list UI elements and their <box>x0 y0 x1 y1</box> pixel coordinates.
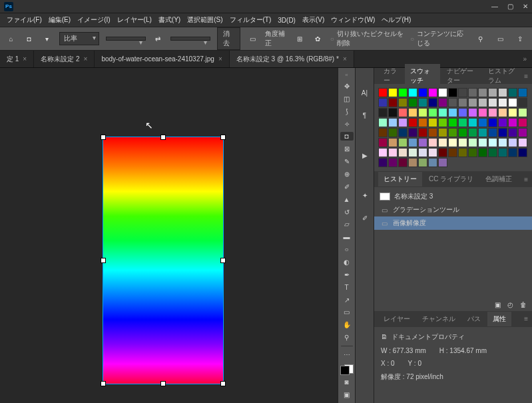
panel-menu-icon[interactable]: ≡ <box>524 73 528 80</box>
swatch[interactable] <box>508 138 517 147</box>
swatch[interactable] <box>498 118 507 127</box>
swatch[interactable] <box>478 108 487 117</box>
menu-item[interactable]: ウィンドウ(W) <box>331 15 375 25</box>
swatch[interactable] <box>418 128 427 137</box>
swatch[interactable] <box>518 138 527 147</box>
swatch[interactable] <box>448 138 457 147</box>
glyph-panel-icon[interactable]: ✦ <box>359 189 371 201</box>
swatch[interactable] <box>388 118 398 127</box>
history-brush-tool[interactable]: ↺ <box>340 208 354 216</box>
menu-item[interactable]: 3D(D) <box>278 17 296 24</box>
swatch[interactable] <box>418 108 427 117</box>
swatch[interactable] <box>428 128 437 137</box>
menu-item[interactable]: 選択範囲(S) <box>187 15 222 25</box>
swatch[interactable] <box>508 148 517 157</box>
swatch[interactable] <box>508 88 517 97</box>
swatch[interactable] <box>398 158 407 167</box>
document-content[interactable] <box>103 137 223 384</box>
camera-icon[interactable]: ▣ <box>495 301 501 308</box>
swatch[interactable] <box>518 148 527 157</box>
swatch[interactable] <box>448 98 457 107</box>
swatch[interactable] <box>458 118 467 127</box>
swatch[interactable] <box>398 108 407 117</box>
swatch[interactable] <box>378 158 388 167</box>
swatch[interactable] <box>408 108 417 117</box>
swatch[interactable] <box>388 158 398 167</box>
shape-tool[interactable]: ▭ <box>340 308 354 316</box>
swatch[interactable] <box>428 88 437 97</box>
menu-item[interactable]: フィルター(T) <box>230 15 272 25</box>
swatch[interactable] <box>418 98 427 107</box>
swatch[interactable] <box>418 88 427 97</box>
close-button[interactable]: ✕ <box>523 3 528 10</box>
new-snapshot-icon[interactable]: ◴ <box>507 301 513 308</box>
swatch[interactable] <box>388 138 398 147</box>
swatch[interactable] <box>408 148 417 157</box>
stamp-tool[interactable]: ▲ <box>340 195 354 204</box>
swatch[interactable] <box>458 128 467 137</box>
eraser-tool[interactable]: ▱ <box>340 220 354 228</box>
swatch[interactable] <box>418 158 427 167</box>
brush-panel-icon[interactable]: ✐ <box>359 212 371 224</box>
marquee-tool[interactable]: ◫ <box>340 95 354 103</box>
clear-button[interactable]: 消去 <box>217 27 240 50</box>
panel-tab[interactable]: チャンネル <box>417 312 461 326</box>
history-step[interactable]: ▭画像解像度 <box>374 216 532 230</box>
swatch[interactable] <box>448 148 457 157</box>
swatch[interactable] <box>458 88 467 97</box>
delete-pixels-checkbox[interactable]: 切り抜いたピクセルを削除 <box>330 29 403 48</box>
crop-tool[interactable]: ◘ <box>340 132 354 141</box>
panel-tab[interactable]: 属性 <box>487 312 511 326</box>
swatch[interactable] <box>428 108 437 117</box>
menu-item[interactable]: 書式(Y) <box>158 15 180 25</box>
swatch[interactable] <box>488 108 497 117</box>
swatch[interactable] <box>388 128 398 137</box>
dropdown-icon[interactable]: ▾ <box>41 32 53 45</box>
swatch[interactable] <box>518 98 527 107</box>
menu-item[interactable]: イメージ(I) <box>77 15 110 25</box>
para-panel-icon[interactable]: ¶ <box>359 109 371 121</box>
pen-tool[interactable]: ✒ <box>340 270 354 279</box>
swatch[interactable] <box>428 148 437 157</box>
screenmode-tool[interactable]: ▣ <box>340 390 354 399</box>
swatch[interactable] <box>518 128 527 137</box>
panel-tab[interactable]: 色調補正 <box>480 172 517 187</box>
swatch[interactable] <box>378 148 388 157</box>
swatch[interactable] <box>378 98 388 107</box>
swatch[interactable] <box>478 98 487 107</box>
move-tool[interactable]: ✥ <box>340 82 354 91</box>
menu-item[interactable]: 表示(V) <box>302 15 324 25</box>
history-step[interactable]: ▭グラデーションツール <box>374 203 532 216</box>
swatch[interactable] <box>488 148 497 157</box>
swatch[interactable] <box>448 88 457 97</box>
swatch[interactable] <box>488 98 497 107</box>
swatch[interactable] <box>408 128 417 137</box>
swatch[interactable] <box>508 128 517 137</box>
blur-tool[interactable]: ○ <box>340 245 354 254</box>
swatch[interactable] <box>428 158 437 167</box>
close-tab-icon[interactable]: × <box>84 55 88 63</box>
swatch[interactable] <box>468 118 477 127</box>
swatch[interactable] <box>378 118 388 127</box>
swatch[interactable] <box>488 88 497 97</box>
swatch[interactable] <box>408 98 417 107</box>
grid-icon[interactable]: ⊞ <box>294 32 306 45</box>
swatch[interactable] <box>438 158 447 167</box>
swatch[interactable] <box>508 118 517 127</box>
wand-tool[interactable]: ✧ <box>340 120 354 129</box>
swatch[interactable] <box>518 88 527 97</box>
history-document[interactable]: 名称未設定 3 <box>374 190 532 203</box>
char-panel-icon[interactable]: A| <box>359 87 371 99</box>
swatch[interactable] <box>378 108 388 117</box>
swatch[interactable] <box>398 138 407 147</box>
document-tab[interactable]: 名称未設定 2× <box>34 51 95 67</box>
path-tool[interactable]: ↗ <box>340 296 354 304</box>
swap-icon[interactable]: ⇄ <box>152 32 164 45</box>
lasso-tool[interactable]: ⟆ <box>340 107 354 116</box>
crop-icon[interactable]: ◘ <box>23 32 35 45</box>
swatch[interactable] <box>508 108 517 117</box>
panel-menu-icon[interactable]: ≡ <box>524 315 528 322</box>
swatch[interactable] <box>468 108 477 117</box>
swatch[interactable] <box>468 128 477 137</box>
panel-tab[interactable]: CC ライブラリ <box>423 172 479 187</box>
